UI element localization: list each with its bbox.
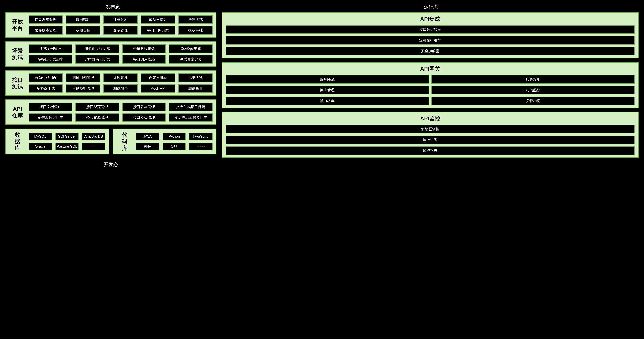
box-item: 用例模板管理 [66, 84, 100, 93]
box-item: 接口数据转换 [226, 25, 635, 34]
develop-state-label: 开发态 [6, 160, 216, 168]
panel-api-integration: API集成 接口数据转换 流程编排引擎 安全加解密 [222, 12, 638, 58]
box-item: 服务发现 [432, 75, 635, 84]
box-item: 多接口测试编排 [28, 55, 72, 64]
panel-title-api-repo: API 仓库 [9, 106, 26, 119]
box-item: 批量测试 [178, 74, 212, 82]
box-item: 变更消息通知及同步 [169, 113, 213, 122]
box-item: C++ [162, 142, 186, 150]
box-item: SQl Server [55, 132, 79, 140]
box-item: PHP [136, 142, 159, 150]
box-item: 公共资源管理 [76, 113, 119, 122]
box-item: 成功率统计 [141, 15, 175, 24]
panel-title-api-integration: API集成 [226, 15, 635, 23]
box-item: MySQL [28, 132, 52, 140]
panel-title-api-monitor: API监控 [226, 115, 635, 122]
panel-database: 数 据 库 MySQL SQl Server Analytic DB Oracl… [6, 128, 109, 154]
right-column: API集成 接口数据转换 流程编排引擎 安全加解密 API网关 服务限流 服务发… [222, 12, 638, 158]
box-item: 访问鉴权 [432, 86, 635, 94]
box-item: 调用统计 [66, 15, 100, 24]
box-item: ········ [82, 142, 105, 150]
box-item: 黑白名单 [226, 96, 429, 105]
box-item: 测试案例管理 [28, 44, 72, 53]
box-item: Oracle [28, 142, 52, 150]
panel-title-api-gateway: API网关 [226, 65, 635, 72]
top-state-labels: 发布态 运行态 [6, 4, 638, 11]
box-item: 授权审批 [178, 26, 212, 34]
box-item: 接口调用依赖 [122, 55, 166, 64]
panel-scenario-test: 场景 测试 测试案例管理 图形化流程测试 变量参数传递 DevOps集成 多接口… [6, 41, 216, 67]
panel-api-monitor: API监控 多地区监控 监控告警 监控报告 [222, 112, 638, 158]
box-item: 图形化流程测试 [76, 44, 119, 53]
box-item: 测试异常定位 [169, 55, 213, 64]
box-item: 定时自动化测试 [76, 55, 119, 64]
box-item: 接口版本管理 [122, 102, 166, 111]
publish-state-label: 发布态 [7, 4, 218, 10]
box-item: JavaScript [189, 132, 212, 140]
box-item: 业务分析 [104, 15, 138, 24]
box-item: 路由管理 [226, 86, 429, 94]
box-item: 自动生成用例 [28, 74, 63, 82]
box-item: 服务限流 [226, 75, 429, 84]
panel-open-platform: 开放 平台 接口发布管理 调用统计 业务分析 成功率统计 快速调试 发布版本管理… [6, 12, 216, 38]
box-item: 环境管理 [104, 74, 138, 82]
box-item: Python [162, 132, 186, 140]
box-item: 文档生成接口源码 [169, 102, 213, 111]
box-item: Postgre SQL [55, 142, 79, 150]
box-item: 发布版本管理 [28, 26, 63, 34]
box-item: 负载均衡 [432, 96, 635, 105]
box-item: 多地区监控 [226, 125, 635, 134]
box-item: JAVA [136, 132, 159, 140]
panel-title-open-platform: 开放 平台 [9, 18, 26, 32]
box-item: 变量参数传递 [122, 44, 166, 53]
panel-code-repo: 代 码 库 JAVA Python JavaScript PHP C++ ···… [113, 128, 216, 154]
panel-title-code-repo: 代 码 库 [116, 132, 133, 151]
box-item: 多协议测试 [28, 84, 63, 93]
box-item: DevOps集成 [169, 44, 213, 53]
panel-api-gateway: API网关 服务限流 服务发现 路由管理 访问鉴权 黑白名单 负载均衡 [222, 62, 638, 108]
panel-interface-test: 接口 测试 自动生成用例 测试用例管理 环境管理 自定义脚本 批量测试 多协议测… [6, 70, 216, 96]
runtime-state-label: 运行态 [218, 4, 637, 10]
box-item: 接口模板管理 [122, 113, 166, 122]
box-item: 接口规范管理 [76, 102, 119, 111]
box-item: 快速调试 [178, 15, 212, 24]
box-item: 测试报告 [104, 84, 138, 93]
box-item: 交易管理 [104, 26, 138, 34]
box-item: 安全加解密 [226, 47, 635, 55]
box-item: Analytic DB [82, 132, 105, 140]
box-item: 接口发布管理 [28, 15, 63, 24]
box-item: 测试断言 [178, 84, 212, 93]
box-item: 监控告警 [226, 136, 635, 144]
box-item: 自定义脚本 [141, 74, 175, 82]
box-item: 多来源数据同步 [28, 113, 72, 122]
box-item: ········ [189, 142, 212, 150]
box-item: Mock API [141, 84, 175, 93]
box-item: 测试用例管理 [66, 74, 100, 82]
panel-title-scenario-test: 场景 测试 [9, 48, 26, 60]
box-item: 监控报告 [226, 146, 635, 155]
left-column: 开放 平台 接口发布管理 调用统计 业务分析 成功率统计 快速调试 发布版本管理… [6, 12, 216, 158]
box-item: 接口订阅方案 [141, 26, 175, 34]
panel-title-database: 数 据 库 [9, 132, 26, 151]
box-item: 接口文档管理 [28, 102, 72, 111]
panel-api-repo: API 仓库 接口文档管理 接口规范管理 接口版本管理 文档生成接口源码 多来源… [6, 100, 216, 125]
box-item: 权限管控 [66, 26, 100, 34]
panel-title-interface-test: 接口 测试 [9, 76, 26, 90]
box-item: 流程编排引擎 [226, 36, 635, 44]
